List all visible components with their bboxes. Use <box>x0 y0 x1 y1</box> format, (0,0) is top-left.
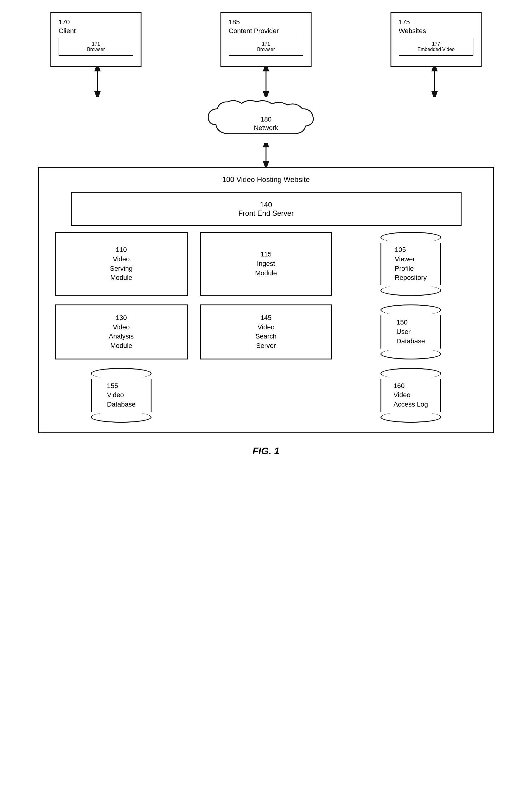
top-row: 170 Client 171 Browser 185 Content Provi… <box>38 12 494 67</box>
svg-text:180: 180 <box>261 116 272 123</box>
ingest-label: 115IngestModule <box>255 250 277 278</box>
embedded-video-label: Embedded Video <box>418 47 455 52</box>
empty-cell <box>200 368 332 423</box>
main-hosting-title: 100 Video Hosting Website <box>222 175 310 184</box>
video-access-log-cylinder-shape: 160VideoAccess Log <box>380 368 441 423</box>
cylinder-top-vdb <box>91 368 152 379</box>
main-hosting-id: 100 <box>222 175 234 184</box>
websites-label: Websites <box>399 27 426 35</box>
video-database-cylinder: 155VideoDatabase <box>55 368 188 423</box>
cloud-to-main-arrow <box>38 143 494 167</box>
cylinder-bottom-vdb <box>91 412 152 423</box>
cylinder-bottom-udb <box>380 349 441 359</box>
video-access-log-cylinder: 160VideoAccess Log <box>344 368 477 423</box>
client-id-label: 170 <box>59 18 70 27</box>
content-provider-id: 185 <box>229 18 240 27</box>
websites-id: 175 <box>399 18 410 27</box>
front-end-label: 140 Front End Server <box>81 201 451 217</box>
viewer-profile-cylinder: 105ViewerProfileRepository <box>344 232 477 296</box>
browser-label-client: Browser <box>87 47 105 52</box>
top-arrows-area <box>38 67 494 97</box>
video-analysis-label: 130VideoAnalysisModule <box>109 313 134 351</box>
video-analysis-module-box: 130VideoAnalysisModule <box>55 305 188 359</box>
content-provider-label: Content Provider <box>229 27 279 35</box>
front-end-id: 140 <box>260 201 272 209</box>
cylinder-body-udb: 150UserDatabase <box>380 316 441 348</box>
cloud-svg: 180 Network <box>199 97 333 143</box>
user-database-cylinder-shape: 150UserDatabase <box>380 305 441 359</box>
network-cloud-section: 180 Network <box>38 97 494 143</box>
cylinder-body-vpr: 105ViewerProfileRepository <box>380 243 441 285</box>
video-search-server-box: 145VideoSearchServer <box>200 305 332 359</box>
svg-text:Network: Network <box>254 124 279 132</box>
cylinder-top-val <box>380 368 441 379</box>
client-box: 170 Client 171 Browser <box>50 12 141 67</box>
fig-label: FIG. 1 <box>253 445 280 457</box>
browser-label-cp: Browser <box>257 47 275 52</box>
video-serving-module-box: 110VideoServingModule <box>55 232 188 296</box>
cylinder-bottom-val <box>380 412 441 423</box>
diagram: 170 Client 171 Browser 185 Content Provi… <box>38 12 494 457</box>
cloud-main-arrow-svg <box>38 143 494 167</box>
browser-id-client: 171 <box>92 41 100 46</box>
websites-box: 175 Websites 177 Embedded Video <box>391 12 482 67</box>
front-end-title: Front End Server <box>238 209 294 217</box>
cylinder-bottom-vpr <box>380 285 441 296</box>
inner-grid: 110VideoServingModule 115IngestModule 10… <box>49 232 483 423</box>
video-search-label: 145VideoSearchServer <box>255 313 277 351</box>
ingest-module-box: 115IngestModule <box>200 232 332 296</box>
viewer-profile-label: 105ViewerProfileRepository <box>395 245 427 282</box>
content-provider-box: 185 Content Provider 171 Browser <box>220 12 312 67</box>
browser-box-cp: 171 Browser <box>229 38 303 56</box>
top-arrows-svg <box>38 67 494 97</box>
front-end-box: 140 Front End Server <box>71 192 461 226</box>
cylinder-body-vdb: 155VideoDatabase <box>91 379 152 412</box>
client-label: Client <box>59 27 76 35</box>
video-access-log-label: 160VideoAccess Log <box>393 381 428 409</box>
cylinder-top-udb <box>380 305 441 316</box>
viewer-profile-cylinder-shape: 105ViewerProfileRepository <box>380 232 441 296</box>
video-database-cylinder-shape: 155VideoDatabase <box>91 368 152 423</box>
cylinder-body-val: 160VideoAccess Log <box>380 379 441 412</box>
browser-box-client: 171 Browser <box>59 38 133 56</box>
embedded-video-box: 177 Embedded Video <box>399 38 473 56</box>
embedded-video-id: 177 <box>432 41 440 46</box>
user-database-label: 150UserDatabase <box>396 318 425 346</box>
video-database-label: 155VideoDatabase <box>107 381 136 409</box>
main-hosting-box: 100 Video Hosting Website 140 Front End … <box>38 167 494 433</box>
browser-id-cp: 171 <box>262 41 270 46</box>
video-serving-label: 110VideoServingModule <box>110 245 133 282</box>
cylinder-top-vpr <box>380 232 441 243</box>
main-hosting-label: Video Hosting Website <box>236 175 310 184</box>
user-database-cylinder: 150UserDatabase <box>344 305 477 359</box>
